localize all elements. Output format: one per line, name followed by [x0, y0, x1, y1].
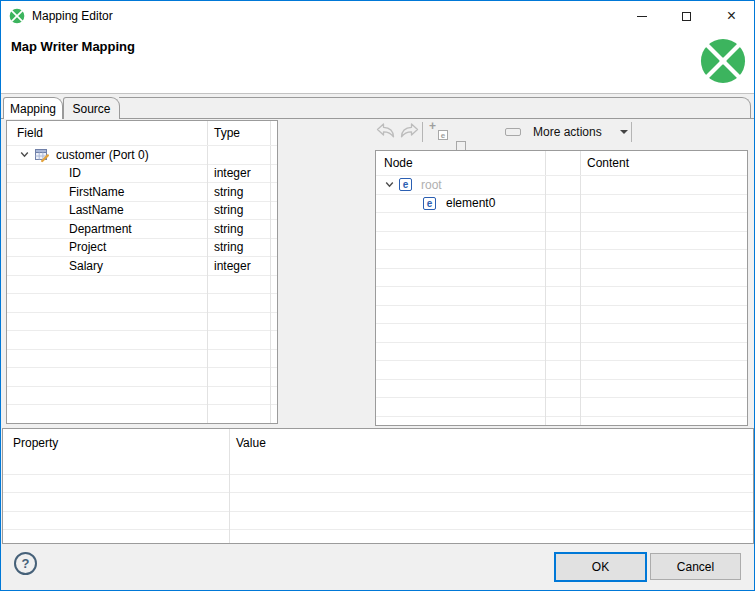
field-label: LastName [69, 203, 124, 217]
field-label: FirstName [69, 185, 124, 199]
empty-row [7, 368, 277, 387]
column-separator [580, 151, 581, 425]
window-controls: × [619, 1, 754, 31]
empty-row [3, 475, 753, 494]
field-cell: LastName [7, 202, 207, 220]
empty-row [376, 306, 747, 325]
type-cell: string [207, 203, 270, 217]
field-cell: Salary [7, 257, 207, 275]
empty-row [7, 294, 277, 313]
field-label: Project [69, 240, 106, 254]
empty-row [376, 269, 747, 288]
close-button[interactable]: × [709, 1, 754, 31]
field-cell: ID [7, 165, 207, 183]
node-mid-cell [545, 176, 580, 194]
page-title: Map Writer Mapping [11, 39, 135, 54]
empty-row [376, 380, 747, 399]
maximize-button[interactable] [664, 1, 709, 31]
empty-row [3, 512, 753, 531]
empty-row [7, 331, 277, 350]
field-row[interactable]: Salaryinteger [7, 257, 277, 276]
help-icon: ? [22, 556, 30, 571]
clover-logo [700, 38, 746, 84]
empty-row [376, 287, 747, 306]
column-separator [207, 121, 208, 423]
empty-row [376, 361, 747, 380]
more-actions-label: More actions [533, 125, 602, 139]
element-icon: e [423, 197, 436, 210]
field-cell: customer (Port 0) [7, 146, 207, 164]
empty-row [376, 324, 747, 343]
close-icon: × [727, 8, 736, 24]
column-header-field: Field [7, 126, 207, 140]
field-cell: Project [7, 239, 207, 257]
column-header-type: Type [207, 126, 270, 140]
field-tree-root-row[interactable]: customer (Port 0) [7, 146, 277, 165]
add-child-element-icon: + e [429, 123, 450, 140]
empty-row [7, 350, 277, 369]
node-cell: eelement0 [376, 195, 545, 213]
field-row[interactable]: FirstNamestring [7, 183, 277, 202]
empty-row [3, 530, 753, 544]
type-cell: string [207, 185, 270, 199]
property-table: Property Value [2, 428, 754, 544]
tab-mapping[interactable]: Mapping [3, 97, 63, 119]
ok-button[interactable]: OK [554, 552, 647, 582]
empty-row [376, 343, 747, 362]
chevron-down-icon[interactable] [384, 179, 395, 190]
field-label: ID [69, 166, 81, 180]
empty-row [3, 493, 753, 512]
column-header-property: Property [3, 436, 229, 450]
node-cell: eroot [376, 176, 545, 194]
field-row[interactable]: LastNamestring [7, 202, 277, 221]
node-tree-row[interactable]: eelement0 [376, 195, 747, 214]
column-separator [545, 151, 546, 425]
field-cell: Department [7, 220, 207, 238]
help-button[interactable]: ? [14, 552, 37, 575]
window-title: Mapping Editor [32, 9, 113, 23]
column-separator [270, 121, 271, 423]
node-mid-cell [545, 195, 580, 213]
tab-mapping-label: Mapping [10, 102, 56, 116]
column-header-content: Content [580, 156, 629, 170]
toolbar-separator [422, 122, 423, 142]
cancel-button[interactable]: Cancel [650, 553, 741, 580]
empty-row [7, 405, 277, 424]
column-header-node: Node [376, 156, 545, 170]
empty-row [376, 250, 747, 269]
field-cell: FirstName [7, 183, 207, 201]
empty-row [7, 276, 277, 295]
type-cell: string [207, 222, 270, 236]
empty-row [7, 387, 277, 406]
maximize-icon [682, 12, 691, 21]
empty-row [3, 456, 753, 475]
clover-app-icon [9, 8, 25, 24]
tab-folder-border [119, 97, 751, 118]
add-text-node-icon [505, 128, 521, 136]
element-icon: e [399, 178, 412, 191]
field-table: Field Type customer (Port 0)IDintegerFir… [6, 120, 278, 424]
property-table-header: Property Value [3, 429, 753, 456]
field-label: Salary [69, 259, 103, 273]
title-bar: Mapping Editor × [1, 1, 754, 31]
node-label: element0 [446, 196, 495, 210]
type-cell: integer [207, 166, 270, 180]
node-table-header: Node Content [376, 151, 747, 176]
field-row[interactable]: Departmentstring [7, 220, 277, 239]
minimize-button[interactable] [619, 1, 664, 31]
tab-source[interactable]: Source [63, 97, 120, 119]
column-header-value: Value [229, 436, 266, 450]
field-row[interactable]: IDinteger [7, 165, 277, 184]
map-arrow-right-icon [399, 123, 419, 138]
field-table-header: Field Type [7, 121, 277, 146]
node-tree-row[interactable]: eroot [376, 176, 747, 195]
tab-source-label: Source [72, 102, 110, 116]
field-row[interactable]: Projectstring [7, 239, 277, 258]
empty-row [376, 213, 747, 232]
empty-row [7, 313, 277, 332]
type-cell: string [207, 240, 270, 254]
chevron-down-icon[interactable] [19, 149, 30, 160]
toolbar-separator [631, 122, 632, 142]
node-table: Node Content erooteelement0 [375, 150, 748, 426]
more-actions-button[interactable]: More actions [533, 122, 628, 141]
